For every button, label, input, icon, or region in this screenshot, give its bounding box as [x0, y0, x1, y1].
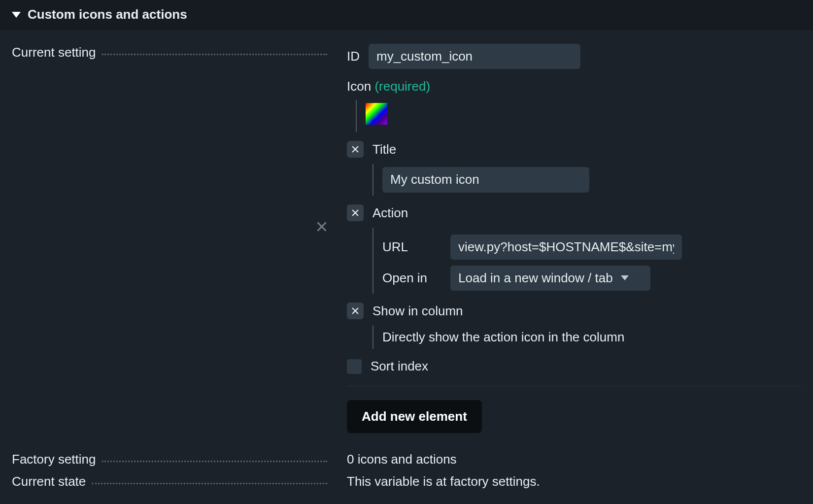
clear-title-button[interactable]: [347, 141, 364, 158]
factory-setting-value: 0 icons and actions: [347, 451, 801, 468]
label-current-setting: Current setting: [12, 44, 327, 61]
action-label: Action: [373, 204, 801, 222]
id-input[interactable]: [369, 44, 580, 69]
sort-index-row: Sort index: [347, 358, 801, 375]
sort-index-checkbox[interactable]: [347, 359, 362, 374]
action-block: Action URL Open in Load in a new window …: [347, 204, 801, 294]
title-label: Title: [373, 141, 801, 158]
remove-entry-button[interactable]: [314, 219, 329, 234]
chevron-down-icon: [621, 275, 629, 280]
close-icon: [351, 306, 360, 315]
add-new-element-button[interactable]: Add new element: [347, 400, 482, 433]
icon-block: Icon (required): [347, 78, 801, 132]
close-icon: [351, 208, 360, 217]
icon-picker[interactable]: [366, 103, 387, 125]
url-input[interactable]: [450, 235, 682, 260]
section-header[interactable]: Custom icons and actions: [0, 0, 813, 30]
current-state-value: This variable is at factory settings.: [347, 473, 801, 490]
url-label: URL: [382, 238, 438, 256]
factory-and-state-values: 0 icons and actions This variable is at …: [347, 448, 801, 490]
divider: [347, 386, 801, 386]
close-icon: [315, 220, 328, 233]
current-setting-value: ID Icon (required) Title: [347, 44, 801, 433]
title-input[interactable]: [382, 167, 589, 192]
section-title: Custom icons and actions: [28, 6, 187, 23]
show-in-column-label: Show in column: [373, 302, 801, 320]
leader-dots: [102, 54, 327, 55]
leader-dots: [92, 483, 327, 484]
sort-index-label: Sort index: [371, 358, 428, 375]
id-row: ID: [347, 44, 801, 69]
label-current-state: Current state: [12, 473, 327, 490]
clear-action-button[interactable]: [347, 204, 364, 221]
id-label: ID: [347, 48, 360, 65]
leader-dots: [102, 461, 327, 462]
caret-down-icon: [12, 12, 21, 18]
close-icon: [351, 145, 360, 154]
icon-label: Icon: [347, 79, 371, 94]
open-in-label: Open in: [382, 269, 438, 287]
clear-show-in-column-button[interactable]: [347, 302, 364, 319]
label-factory-setting: Factory setting: [12, 451, 327, 468]
show-in-column-desc: Directly show the action icon in the col…: [382, 330, 624, 344]
required-tag: (required): [374, 79, 430, 94]
open-in-select[interactable]: Load in a new window / tab: [450, 266, 650, 291]
show-in-column-block: Show in column Directly show the action …: [347, 302, 801, 349]
title-block: Title: [347, 141, 801, 195]
factory-and-state-labels: Factory setting Current state: [12, 448, 327, 490]
